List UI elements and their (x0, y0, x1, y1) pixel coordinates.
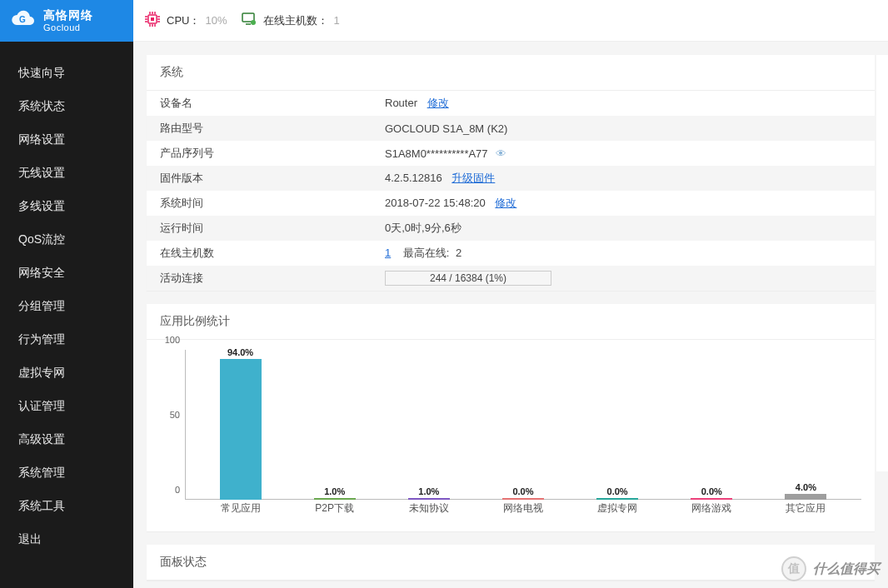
topbar: CPU： 10% 在线主机数： 1 (133, 0, 888, 42)
uptime-label: 运行时间 (147, 216, 372, 241)
system-panel: 系统 设备名 Router 修改 路由型号 GOCLOUD S1A_8M (K2… (147, 55, 875, 291)
category-label: P2P下载 (310, 501, 360, 516)
system-info-table: 设备名 Router 修改 路由型号 GOCLOUD S1A_8M (K2) 产… (147, 91, 875, 291)
cpu-label: CPU： (167, 13, 200, 28)
online-hosts-count-link[interactable]: 1 (385, 247, 391, 259)
cpu-icon (145, 12, 160, 29)
watermark-text: 什么值得买 (813, 561, 880, 578)
app-stats-title: 应用比例统计 (147, 304, 875, 340)
connections-progress: 244 / 16384 (1%) (385, 271, 551, 286)
firmware-label: 固件版本 (147, 166, 372, 191)
panel-status-panel: 面板状态 (147, 545, 875, 581)
y-tick: 0 (175, 485, 180, 495)
svg-text:G: G (19, 15, 26, 24)
sidebar-item-3[interactable]: 无线设置 (0, 157, 133, 190)
bar-value-label: 1.0% (324, 486, 345, 496)
y-tick: 100 (165, 335, 180, 345)
systime-value: 2018-07-22 15:48:20 (385, 197, 486, 209)
category-label: 虚拟专网 (592, 501, 642, 516)
system-panel-title: 系统 (147, 55, 875, 91)
sidebar-item-10[interactable]: 认证管理 (0, 390, 133, 423)
watermark-badge-icon: 值 (781, 556, 806, 581)
systime-edit-link[interactable]: 修改 (495, 197, 516, 209)
online-hosts-value: 1 (333, 14, 339, 27)
online-hosts-row-label: 在线主机数 (147, 241, 372, 266)
bar-rect (785, 494, 826, 500)
bar-value-label: 4.0% (796, 482, 816, 492)
monitor-icon (242, 12, 257, 29)
serial-label: 产品序列号 (147, 141, 372, 166)
online-hosts-label: 在线主机数： (263, 13, 328, 28)
bar-0: 94.0% (216, 347, 266, 500)
app-stats-chart: 050100 94.0%1.0%1.0%0.0%0.0%0.0%4.0% 常见应… (185, 350, 861, 516)
bar-1: 1.0% (310, 486, 360, 500)
model-value: GOCLOUD S1A_8M (K2) (372, 116, 875, 141)
device-name-value: Router (385, 97, 417, 109)
right-panel-peek (876, 55, 888, 471)
firmware-value: 4.2.5.12816 (385, 172, 442, 184)
svg-rect-2 (151, 17, 154, 21)
bar-4: 0.0% (592, 486, 642, 500)
device-name-label: 设备名 (147, 91, 372, 116)
panel-status-title: 面板状态 (147, 545, 875, 581)
bar-value-label: 0.0% (607, 486, 628, 496)
y-tick: 50 (170, 410, 180, 420)
sidebar-item-9[interactable]: 虚拟专网 (0, 356, 133, 390)
sidebar: G 高恪网络 Gocloud 快速向导系统状态网络设置无线设置多线设置QoS流控… (0, 0, 133, 588)
cloud-icon: G (10, 9, 37, 33)
uptime-value: 0天,0时,9分,6秒 (372, 216, 875, 241)
brand-name-en: Gocloud (43, 22, 93, 32)
sidebar-item-5[interactable]: QoS流控 (0, 223, 133, 257)
bar-value-label: 94.0% (227, 347, 253, 357)
bar-rect (502, 498, 544, 500)
device-name-edit-link[interactable]: 修改 (427, 97, 449, 109)
app-stats-panel: 应用比例统计 050100 94.0%1.0%1.0%0.0%0.0%0.0%4… (147, 304, 875, 531)
serial-value: S1A8M0**********A77 (385, 147, 488, 160)
cpu-value: 10% (205, 14, 227, 27)
reveal-serial-icon[interactable]: 👁 (496, 147, 506, 160)
brand-logo: G 高恪网络 Gocloud (0, 0, 133, 42)
bar-3: 0.0% (498, 486, 548, 500)
sidebar-item-6[interactable]: 网络安全 (0, 257, 133, 290)
sidebar-item-1[interactable]: 系统状态 (0, 90, 133, 123)
bar-rect (408, 498, 450, 500)
bar-5: 0.0% (686, 486, 736, 500)
bar-value-label: 0.0% (701, 486, 722, 496)
sidebar-item-2[interactable]: 网络设置 (0, 123, 133, 157)
category-label: 网络游戏 (686, 501, 736, 516)
category-label: 未知协议 (404, 501, 454, 516)
bar-value-label: 0.0% (512, 486, 533, 496)
bar-rect (314, 498, 356, 500)
bar-2: 1.0% (404, 486, 454, 500)
online-max-label: 最高在线: (403, 247, 450, 259)
sidebar-item-14[interactable]: 退出 (0, 523, 133, 556)
bar-rect (596, 498, 638, 500)
sidebar-item-0[interactable]: 快速向导 (0, 57, 133, 90)
model-label: 路由型号 (147, 116, 372, 141)
systime-label: 系统时间 (147, 191, 372, 216)
sidebar-item-13[interactable]: 系统工具 (0, 490, 133, 523)
category-label: 常见应用 (216, 501, 266, 516)
bar-rect (691, 498, 732, 500)
bar-value-label: 1.0% (418, 486, 439, 496)
bar-rect (220, 359, 262, 500)
svg-point-17 (251, 20, 256, 25)
sidebar-item-4[interactable]: 多线设置 (0, 190, 133, 223)
category-label: 其它应用 (781, 501, 831, 516)
bar-6: 4.0% (781, 482, 831, 500)
brand-name-cn: 高恪网络 (43, 9, 93, 22)
sidebar-item-8[interactable]: 行为管理 (0, 323, 133, 356)
online-max-value: 2 (456, 247, 461, 259)
category-label: 网络电视 (498, 501, 548, 516)
watermark: 值 什么值得买 (781, 556, 880, 581)
sidebar-item-11[interactable]: 高级设置 (0, 423, 133, 456)
firmware-upgrade-link[interactable]: 升级固件 (451, 172, 495, 184)
main-content: 系统 设备名 Router 修改 路由型号 GOCLOUD S1A_8M (K2… (133, 42, 888, 588)
sidebar-item-12[interactable]: 系统管理 (0, 456, 133, 490)
connections-value: 244 / 16384 (1%) (430, 272, 506, 284)
sidebar-nav: 快速向导系统状态网络设置无线设置多线设置QoS流控网络安全分组管理行为管理虚拟专… (0, 42, 133, 556)
sidebar-item-7[interactable]: 分组管理 (0, 290, 133, 323)
connections-label: 活动连接 (147, 266, 372, 291)
